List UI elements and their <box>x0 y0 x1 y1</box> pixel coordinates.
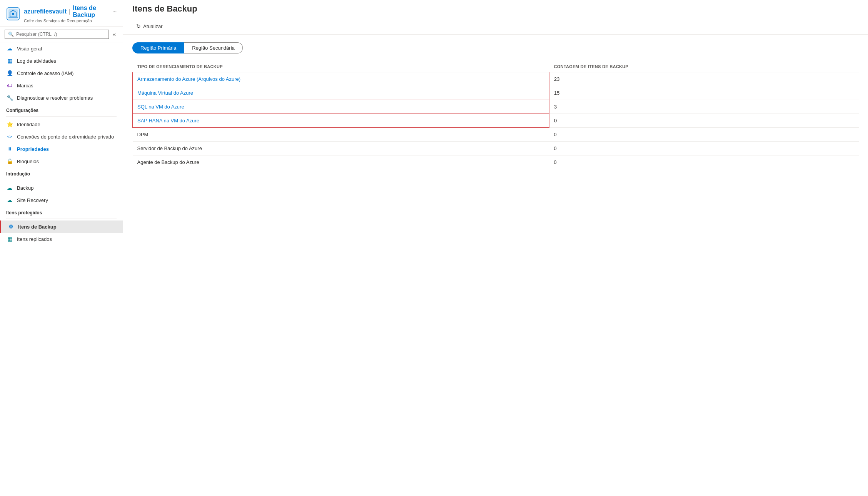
divider <box>6 219 117 219</box>
table-cell-type: SAP HANA na VM do Azure <box>133 114 549 128</box>
section-itens-protegidos: Itens protegidos <box>0 206 123 217</box>
sidebar-item-label: Visão geral <box>17 46 42 52</box>
main-content: Itens de Backup ↻ Atualizar Região Primá… <box>123 0 868 496</box>
collapse-button[interactable]: « <box>110 30 118 39</box>
backup-cloud-icon: ☁ <box>6 184 13 191</box>
tab-primary-region[interactable]: Região Primária <box>132 42 184 53</box>
section-introducao: Introdução <box>0 167 123 178</box>
table-cell-count: 0 <box>549 114 859 128</box>
table-row: DPM 0 <box>133 128 859 142</box>
sidebar-nav: ☁ Visão geral ▦ Log de atividades 👤 Cont… <box>0 42 123 496</box>
table-cell-type: DPM <box>133 128 549 142</box>
table-row: SQL na VM do Azure 3 <box>133 100 859 114</box>
tab-secondary-region[interactable]: Região Secundária <box>184 42 243 53</box>
sidebar-item-label: Log de atividades <box>17 58 56 64</box>
main-header: Itens de Backup <box>123 0 868 18</box>
sidebar-item-bloqueios[interactable]: 🔒 Bloqueios <box>0 155 123 167</box>
col-header-type: TIPO DE GERENCIAMENTO DE BACKUP <box>133 61 549 72</box>
table-cell-type: Armazenamento do Azure (Arquivos do Azur… <box>133 72 549 86</box>
replicated-icon: ▦ <box>6 235 13 242</box>
connections-icon: <> <box>6 133 13 140</box>
table-cell-count: 23 <box>549 72 859 86</box>
sidebar-search-row: 🔍 « <box>0 27 123 42</box>
table-row: Servidor de Backup do Azure 0 <box>133 142 859 155</box>
search-box[interactable]: 🔍 <box>5 30 109 39</box>
table-row: SAP HANA na VM do Azure 0 <box>133 114 859 128</box>
vault-icon <box>6 7 20 21</box>
sidebar-item-label: Diagnosticar e resolver problemas <box>17 95 93 101</box>
sidebar-item-label: Bloqueios <box>17 159 39 164</box>
sidebar-item-conexoes[interactable]: <> Conexões de ponto de extremidade priv… <box>0 130 123 143</box>
search-icon: 🔍 <box>8 32 14 37</box>
row-link[interactable]: SQL na VM do Azure <box>137 104 184 110</box>
sidebar-item-visao-geral[interactable]: ☁ Visão geral <box>0 42 123 55</box>
table-cell-count: 0 <box>549 142 859 155</box>
region-tabs: Região Primária Região Secundária <box>132 42 859 53</box>
sidebar-item-label: Propriedades <box>17 146 49 152</box>
table-cell-type: Servidor de Backup do Azure <box>133 142 549 155</box>
refresh-icon: ↻ <box>136 23 141 29</box>
page-title: Itens de Backup <box>132 4 197 14</box>
sidebar-item-itens-backup[interactable]: ⚙ Itens de Backup <box>0 220 123 233</box>
table-row: Armazenamento do Azure (Arquivos do Azur… <box>133 72 859 86</box>
divider <box>6 180 117 180</box>
sidebar-item-site-recovery[interactable]: ☁ Site Recovery <box>0 194 123 206</box>
vault-subtitle: Cofre dos Serviços de Recuperação <box>24 18 117 23</box>
sidebar-item-itens-replicados[interactable]: ▦ Itens replicados <box>0 233 123 245</box>
lock-icon: 🔒 <box>6 158 13 165</box>
sidebar-item-diagnosticar[interactable]: 🔧 Diagnosticar e resolver problemas <box>0 92 123 104</box>
sidebar-item-label: Conexões de ponto de extremidade privado <box>17 134 114 140</box>
sidebar-item-label: Marcas <box>17 83 33 89</box>
sidebar-item-backup[interactable]: ☁ Backup <box>0 182 123 194</box>
table-cell-type: SQL na VM do Azure <box>133 100 549 114</box>
svg-point-2 <box>12 13 14 15</box>
sidebar-item-identidade[interactable]: ⭐ Identidade <box>0 118 123 130</box>
sidebar-item-label: Backup <box>17 185 33 191</box>
cloud-icon: ☁ <box>6 45 13 52</box>
refresh-button[interactable]: ↻ Atualizar <box>132 21 167 31</box>
table-row: Máquina Virtual do Azure 15 <box>133 86 859 100</box>
sidebar-item-propriedades[interactable]: III Propriedades <box>0 143 123 155</box>
sidebar-item-label: Identidade <box>17 122 40 127</box>
table-cell-type: Agente de Backup do Azure <box>133 155 549 169</box>
table-cell-count: 0 <box>549 155 859 169</box>
row-link[interactable]: Máquina Virtual do Azure <box>137 90 193 96</box>
row-link[interactable]: SAP HANA na VM do Azure <box>137 118 199 124</box>
properties-icon: III <box>6 145 13 152</box>
sidebar-item-label: Itens de Backup <box>18 224 57 230</box>
sidebar-item-label: Itens replicados <box>17 236 52 242</box>
user-icon: 👤 <box>6 70 13 77</box>
sidebar-item-label: Controle de acesso (IAM) <box>17 70 73 76</box>
table-row: Agente de Backup do Azure 0 <box>133 155 859 169</box>
vault-name: azurefilesvault | Itens de Backup ··· <box>24 5 117 18</box>
divider <box>6 116 117 117</box>
section-configuracoes: Configurações <box>0 104 123 115</box>
site-recovery-icon: ☁ <box>6 197 13 204</box>
sidebar-item-controle-acesso[interactable]: 👤 Controle de acesso (IAM) <box>0 67 123 79</box>
tag-icon: 🏷 <box>6 82 13 89</box>
col-header-count: CONTAGEM DE ITENS DE BACKUP <box>549 61 859 72</box>
sidebar-header: azurefilesvault | Itens de Backup ··· Co… <box>0 0 123 27</box>
row-link[interactable]: Armazenamento do Azure (Arquivos do Azur… <box>137 76 240 82</box>
search-input[interactable] <box>16 32 105 37</box>
sidebar-item-label: Site Recovery <box>17 197 48 203</box>
log-icon: ▦ <box>6 57 13 64</box>
identity-icon: ⭐ <box>6 121 13 128</box>
sidebar-item-log-atividades[interactable]: ▦ Log de atividades <box>0 55 123 67</box>
table-cell-type: Máquina Virtual do Azure <box>133 86 549 100</box>
sidebar-item-marcas[interactable]: 🏷 Marcas <box>0 79 123 92</box>
itens-backup-icon: ⚙ <box>7 223 14 230</box>
content-area: Região Primária Região Secundária TIPO D… <box>123 35 868 496</box>
vault-title-block: azurefilesvault | Itens de Backup ··· Co… <box>24 5 117 23</box>
toolbar: ↻ Atualizar <box>123 18 868 35</box>
sidebar: azurefilesvault | Itens de Backup ··· Co… <box>0 0 123 496</box>
wrench-icon: 🔧 <box>6 94 13 101</box>
table-cell-count: 3 <box>549 100 859 114</box>
table-cell-count: 15 <box>549 86 859 100</box>
table-cell-count: 0 <box>549 128 859 142</box>
backup-table: TIPO DE GERENCIAMENTO DE BACKUP CONTAGEM… <box>132 61 859 169</box>
